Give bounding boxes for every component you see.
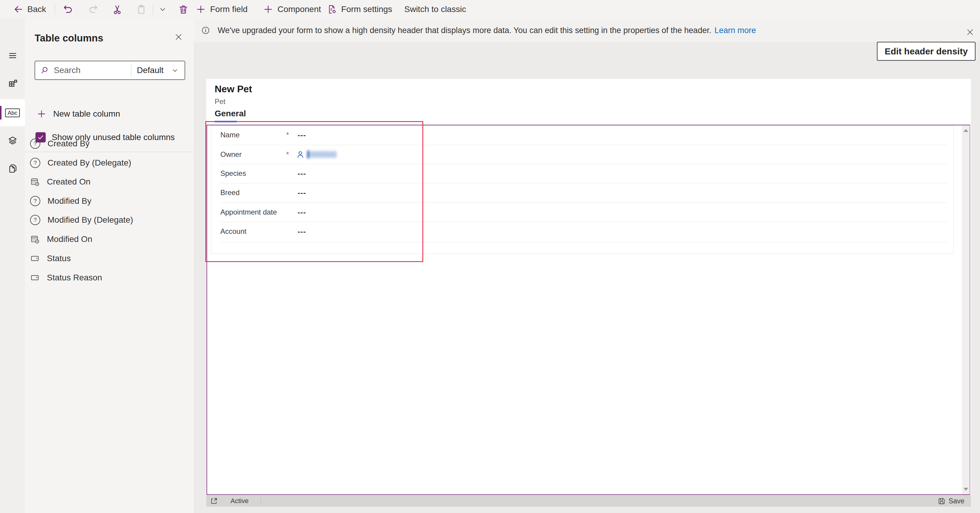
- field-row-owner[interactable]: Owner *: [211, 145, 953, 164]
- table-column-item-modified-by[interactable]: ? Modified By: [25, 191, 194, 211]
- canvas-vertical-scrollbar[interactable]: [962, 125, 970, 494]
- form-settings-label: Form settings: [341, 5, 392, 14]
- new-table-column-label: New table column: [53, 109, 120, 119]
- table-column-item-status[interactable]: Status: [25, 249, 194, 268]
- switch-to-classic-button[interactable]: Switch to classic: [404, 0, 466, 19]
- banner-close-button[interactable]: [966, 28, 975, 37]
- table-column-item-modified-on[interactable]: Modified On: [25, 230, 194, 249]
- add-component-button[interactable]: Component: [263, 0, 321, 19]
- required-asterisk: *: [286, 131, 289, 139]
- panel-close-button[interactable]: [174, 32, 183, 41]
- search-input[interactable]: [53, 65, 131, 75]
- question-circle-icon: ?: [30, 158, 40, 168]
- rail-item-layers[interactable]: [0, 127, 25, 154]
- layers-icon: [7, 135, 18, 146]
- switch-to-classic-label: Switch to classic: [404, 5, 466, 14]
- calendar-clock-icon: [30, 234, 40, 244]
- field-label: Breed: [220, 189, 240, 197]
- footer-divider: [261, 497, 261, 505]
- scroll-up-arrow[interactable]: [964, 129, 968, 132]
- field-label: Owner: [220, 150, 242, 159]
- owner-lookup-value: [296, 150, 337, 159]
- option-set-icon: [30, 273, 40, 283]
- hamburger-menu-button[interactable]: [0, 42, 25, 69]
- rail-item-page-layout[interactable]: [0, 70, 25, 97]
- new-table-column-button[interactable]: New table column: [37, 109, 120, 119]
- redo-button[interactable]: [88, 0, 99, 19]
- field-label: Account: [220, 227, 247, 236]
- field-value: ---: [298, 227, 306, 236]
- field-value: ---: [298, 131, 306, 140]
- table-column-item-modified-by-delegate[interactable]: ? Modified By (Delegate): [25, 210, 194, 230]
- expand-icon[interactable]: [210, 497, 218, 505]
- back-button[interactable]: Back: [13, 0, 46, 19]
- toolbar-divider: [153, 4, 153, 15]
- save-button[interactable]: Save: [938, 497, 964, 505]
- toolbar-divider: [55, 4, 55, 15]
- table-column-item-status-reason[interactable]: Status Reason: [25, 268, 194, 287]
- active-tab-underline: [214, 121, 237, 122]
- plus-icon: [37, 109, 46, 119]
- field-row-breed[interactable]: Breed ---: [211, 183, 953, 202]
- undo-icon: [62, 4, 73, 15]
- column-search-box: Default: [35, 61, 185, 80]
- plus-icon: [263, 4, 274, 15]
- table-column-item-created-by[interactable]: ? Created By: [25, 134, 194, 153]
- field-row-account[interactable]: Account ---: [211, 222, 953, 241]
- upgrade-info-banner: We've upgraded your form to show a high …: [194, 19, 980, 42]
- overflow-chevron-button[interactable]: [159, 0, 167, 19]
- left-navigation-rail: Abc: [0, 19, 25, 513]
- banner-message: We've upgraded your form to show a high …: [218, 26, 711, 35]
- table-column-item-created-on[interactable]: Created On: [25, 172, 194, 191]
- rail-item-copy-pages[interactable]: [0, 155, 25, 182]
- close-icon: [966, 28, 975, 37]
- calendar-clock-icon: [30, 177, 40, 187]
- chevron-down-icon: [159, 5, 167, 13]
- rail-item-table-columns[interactable]: Abc: [0, 99, 25, 126]
- table-columns-abc-icon: Abc: [5, 108, 20, 117]
- option-set-icon: [30, 254, 40, 263]
- scissors-icon: [112, 4, 123, 15]
- undo-button[interactable]: [62, 0, 73, 19]
- copy-pages-icon: [7, 163, 18, 174]
- redo-icon: [88, 4, 99, 15]
- clipboard-icon: [136, 4, 147, 15]
- form-field-label: Form field: [210, 5, 247, 14]
- save-icon: [938, 497, 946, 505]
- cut-button[interactable]: [112, 0, 123, 19]
- powerapps-form-designer: Back Form field Component: [0, 0, 980, 513]
- field-label: Name: [220, 131, 240, 139]
- scroll-down-arrow[interactable]: [964, 488, 968, 491]
- hamburger-menu-icon: [8, 51, 18, 61]
- learn-more-link[interactable]: Learn more: [714, 26, 756, 35]
- plus-icon: [196, 4, 206, 15]
- tab-general[interactable]: General: [215, 109, 246, 118]
- info-icon: [201, 25, 210, 35]
- form-settings-button[interactable]: Form settings: [326, 0, 392, 19]
- field-value: ---: [298, 208, 306, 217]
- form-preview-canvas: New Pet Pet General Name * --- Owner * S…: [206, 79, 971, 507]
- command-bar: Back Form field Component: [0, 0, 980, 19]
- field-row-species[interactable]: Species ---: [211, 164, 953, 183]
- component-label: Component: [277, 5, 321, 14]
- back-label: Back: [27, 5, 46, 14]
- selected-indicator: [0, 106, 2, 120]
- save-label: Save: [949, 497, 964, 505]
- field-value: ---: [298, 189, 306, 197]
- form-entity-subtitle: Pet: [215, 97, 226, 106]
- field-row-appointment-date[interactable]: Appointment date ---: [211, 203, 953, 221]
- filter-value: Default: [137, 65, 164, 75]
- person-icon: [296, 150, 305, 159]
- edit-header-density-button[interactable]: Edit header density: [877, 42, 975, 61]
- trash-icon: [178, 4, 189, 15]
- delete-button[interactable]: [178, 0, 189, 19]
- filter-dropdown[interactable]: Default: [131, 65, 185, 75]
- form-footer-bar: Active Save: [206, 495, 971, 507]
- add-form-field-button[interactable]: Form field: [196, 0, 247, 19]
- back-arrow-icon: [13, 4, 24, 14]
- table-column-item-created-by-delegate[interactable]: ? Created By (Delegate): [25, 153, 194, 173]
- question-circle-icon: ?: [30, 138, 40, 149]
- redacted-owner-name: [307, 151, 337, 158]
- field-row-name[interactable]: Name * ---: [211, 125, 953, 144]
- paste-button[interactable]: [136, 0, 147, 19]
